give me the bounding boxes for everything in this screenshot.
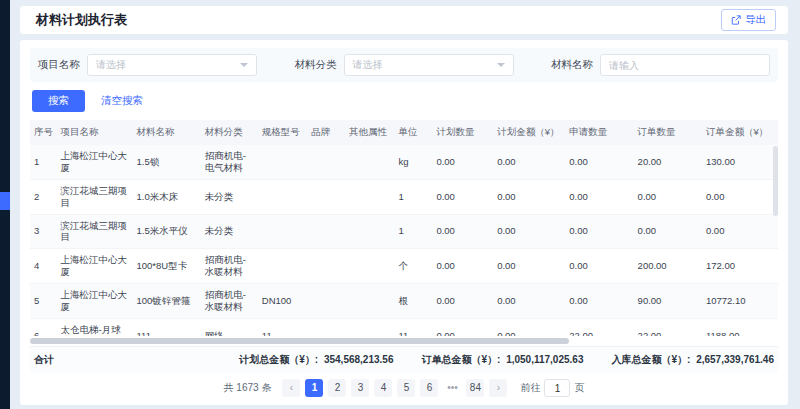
cell-index: 3 [30, 214, 57, 249]
cell-project-name: 上海松江中心大厦 [57, 284, 133, 319]
material-category-placeholder: 请选择 [353, 58, 383, 72]
cell-material-name: 1.5锁 [133, 145, 201, 179]
cell-material-name: 100镀锌管箍 [133, 284, 201, 319]
page-title: 材料计划执行表 [36, 11, 127, 29]
cell-index: 2 [30, 179, 57, 214]
column-header: 品牌 [307, 120, 345, 145]
search-button[interactable]: 搜索 [32, 90, 85, 112]
cell-material-category: 未分类 [201, 214, 258, 249]
horizontal-scrollbar-thumb[interactable] [30, 338, 569, 344]
table-row[interactable]: 1 上海松江中心大厦 1.5锁 招商机电-电气材料 kg 0.00 0.00 0… [30, 145, 778, 179]
cell-material-category: 招商机电-水暖材料 [201, 249, 258, 284]
cell-planned-qty: 0.00 [432, 179, 493, 214]
main-content: 材料计划执行表 导出 项目名称 请选择 材料分类 请选择 [10, 0, 800, 409]
cell-material-category: 未分类 [201, 179, 258, 214]
cell-material-category: 招商机电-水暖材料 [201, 284, 258, 319]
cell-planned-qty: 0.00 [432, 214, 493, 249]
cell-spec-model [258, 179, 307, 214]
chevron-down-icon [497, 63, 505, 67]
summary-item: 订单总金额（¥）: 1,050,117,025.63 [421, 353, 583, 367]
cell-applied-qty: 22.00 [565, 318, 633, 336]
cell-applied-qty: 0.00 [565, 145, 633, 179]
clear-search-button[interactable]: 清空搜索 [101, 94, 143, 108]
table-row[interactable]: 5 上海松江中心大厦 100镀锌管箍 招商机电-水暖材料 DN100 根 0.0… [30, 284, 778, 319]
summary-item-value: 354,568,213.56 [324, 354, 394, 365]
summary-label: 合计 [34, 353, 54, 367]
cell-planned-amount: 0.00 [493, 249, 565, 284]
data-table-container: 序号项目名称材料名称材料分类规格型号品牌其他属性单位计划数量计划金额（¥）申请数… [30, 120, 778, 336]
cell-planned-qty: 0.00 [432, 145, 493, 179]
cell-other-attrs [345, 249, 394, 284]
cell-material-name: 111 [133, 318, 201, 336]
cell-order-qty: 90.00 [634, 284, 702, 319]
cell-index: 4 [30, 249, 57, 284]
cell-order-amount: 0.00 [702, 214, 778, 249]
material-category-select[interactable]: 请选择 [344, 54, 514, 76]
summary-items: 计划总金额（¥）: 354,568,213.56 订单总金额（¥）: 1,050… [211, 353, 774, 367]
cell-project-name: 滨江花城三期项目 [57, 214, 133, 249]
cell-index: 1 [30, 145, 57, 179]
project-name-placeholder: 请选择 [96, 58, 126, 72]
summary-item-value: 2,657,339,761.46 [696, 354, 774, 365]
cell-planned-amount: 0.00 [493, 318, 565, 336]
cell-other-attrs [345, 214, 394, 249]
table-row[interactable]: 4 上海松江中心大厦 100*8U型卡 招商机电-水暖材料 个 0.00 0.0… [30, 249, 778, 284]
chevron-down-icon [240, 63, 248, 67]
cell-spec-model [258, 145, 307, 179]
cell-order-amount: 172.00 [702, 249, 778, 284]
page-number[interactable]: ••• [443, 379, 461, 397]
table-body: 1 上海松江中心大厦 1.5锁 招商机电-电气材料 kg 0.00 0.00 0… [30, 145, 778, 336]
material-name-input[interactable] [600, 54, 770, 76]
next-page-button[interactable]: › [489, 379, 507, 397]
column-header: 订单金额（¥） [702, 120, 778, 145]
material-name-label: 材料名称 [551, 58, 593, 72]
summary-item-label: 订单总金额（¥）: [421, 354, 500, 365]
filter-bar: 项目名称 请选择 材料分类 请选择 材料名称 [30, 48, 778, 82]
cell-material-name: 1.5米水平仪 [133, 214, 201, 249]
column-header: 项目名称 [57, 120, 133, 145]
cell-planned-qty: 0.00 [432, 284, 493, 319]
summary-item-value: 1,050,117,025.63 [506, 354, 583, 365]
horizontal-scrollbar[interactable] [30, 338, 778, 344]
cell-applied-qty: 0.00 [565, 179, 633, 214]
sidebar-active-indicator [0, 192, 10, 210]
page-list: 123456•••84 [305, 379, 484, 397]
cell-index: 6 [30, 318, 57, 336]
cell-planned-amount: 0.00 [493, 179, 565, 214]
cell-other-attrs [345, 284, 394, 319]
page-number[interactable]: 6 [420, 379, 438, 397]
goto-prefix: 前往 [520, 381, 540, 395]
cell-unit: 11 [394, 318, 432, 336]
table-row[interactable]: 6 太仓电梯-月球项目 111 网络 11 11 0.00 0.00 22.00… [30, 318, 778, 336]
cell-material-category: 网络 [201, 318, 258, 336]
page-number[interactable]: 4 [374, 379, 392, 397]
page-number[interactable]: 1 [305, 379, 323, 397]
cell-order-qty: 20.00 [634, 145, 702, 179]
goto-page-input[interactable] [544, 379, 570, 397]
summary-item: 入库总金额（¥）: 2,657,339,761.46 [611, 353, 774, 367]
column-header: 材料分类 [201, 120, 258, 145]
cell-unit: kg [394, 145, 432, 179]
page-number[interactable]: 3 [351, 379, 369, 397]
page-number[interactable]: 5 [397, 379, 415, 397]
summary-row: 合计 计划总金额（¥）: 354,568,213.56 订单总金额（¥）: 1,… [30, 346, 778, 373]
cell-spec-model: 11 [258, 318, 307, 336]
table-row[interactable]: 3 滨江花城三期项目 1.5米水平仪 未分类 1 0.00 0.00 0.00 … [30, 214, 778, 249]
export-button[interactable]: 导出 [721, 9, 776, 31]
collapsed-sidebar[interactable] [0, 0, 10, 409]
project-name-select[interactable]: 请选择 [87, 54, 257, 76]
column-header: 计划金额（¥） [493, 120, 565, 145]
goto-suffix: 页 [574, 381, 584, 395]
vertical-scrollbar[interactable] [773, 146, 778, 334]
summary-item-label: 入库总金额（¥）: [611, 354, 690, 365]
pagination: 共 1673 条 ‹ 123456•••84 › 前往 页 [30, 373, 778, 403]
cell-index: 5 [30, 284, 57, 319]
prev-page-button[interactable]: ‹ [282, 379, 300, 397]
page-number[interactable]: 2 [328, 379, 346, 397]
page-number[interactable]: 84 [466, 379, 484, 397]
cell-project-name: 太仓电梯-月球项目 [57, 318, 133, 336]
cell-unit: 1 [394, 179, 432, 214]
table-row[interactable]: 2 滨江花城三期项目 1.0米木床 未分类 1 0.00 0.00 0.00 0… [30, 179, 778, 214]
column-header: 单位 [394, 120, 432, 145]
cell-planned-qty: 0.00 [432, 249, 493, 284]
